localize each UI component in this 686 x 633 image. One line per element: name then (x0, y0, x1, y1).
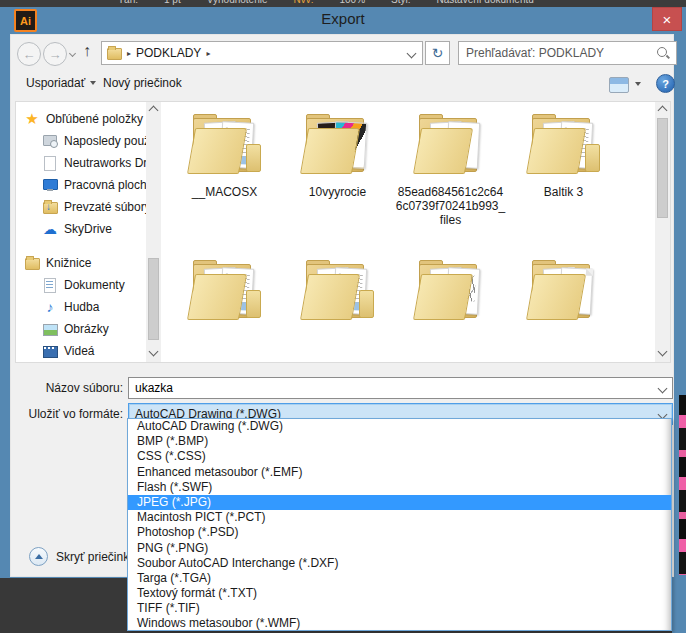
folder-grid-row: __MACOSX Ai 10vyyrocie (168, 108, 620, 227)
folder-icon (411, 112, 491, 176)
sidebar-label: Pracovná plocha (64, 178, 153, 192)
background-artwork-fragment (679, 395, 686, 575)
back-icon: ← (23, 47, 36, 62)
sidebar-label: Obrázky (64, 322, 109, 336)
format-option[interactable]: JPEG (*.JPG) (128, 495, 671, 510)
view-mode-icon[interactable] (609, 77, 629, 93)
folder-name: __MACOSX (192, 185, 257, 199)
format-option[interactable]: Enhanced metasoubor (*.EMF) (128, 465, 671, 480)
folder-icon: Ai (298, 112, 378, 176)
sidebar-item-favorites[interactable]: ★ Obľúbené položky (24, 108, 152, 129)
search-box[interactable] (458, 41, 677, 65)
hide-folders-label: Skryť priečinky (56, 550, 135, 564)
filename-combobox[interactable] (128, 377, 673, 399)
format-option[interactable]: Flash (*.SWF) (128, 480, 671, 495)
folder-icon (524, 112, 604, 176)
breadcrumb-separator-icon: ▸ (127, 49, 131, 58)
format-option[interactable]: PNG (*.PNG) (128, 541, 671, 556)
scroll-up-icon[interactable] (149, 106, 159, 116)
videos-icon (42, 343, 58, 359)
star-icon: ★ (24, 111, 40, 127)
search-input[interactable] (459, 46, 656, 60)
folder-item[interactable] (394, 254, 507, 322)
close-button[interactable]: × (652, 7, 682, 31)
pictures-icon (42, 321, 58, 337)
toolbar-fragment: Nastavení dokumentu (437, 0, 534, 7)
scroll-down-icon[interactable] (149, 347, 159, 357)
folder-item[interactable] (168, 254, 281, 322)
folder-grid-row (168, 254, 620, 322)
cloud-icon: ☁ (42, 221, 58, 237)
new-folder-label: Nový priečinok (103, 76, 182, 90)
back-button[interactable]: ← (17, 42, 41, 66)
illustrator-toolbar-strip: Ťah: 1 pt Vyhodnotenie Nvv: 100% Štýl: N… (0, 0, 686, 7)
chevron-down-icon[interactable] (657, 383, 667, 393)
format-option[interactable]: Targa (*.TGA) (128, 571, 671, 586)
folder-item[interactable]: Baltik 3 (507, 108, 620, 227)
folder-item[interactable]: 85ead684561c2c646c0739f70241b993_files (394, 108, 507, 227)
help-button[interactable]: ? (656, 74, 675, 93)
up-icon: ↑ (83, 42, 91, 59)
format-option[interactable]: CSS (*.CSS) (128, 449, 671, 464)
new-folder-button[interactable]: Nový priečinok (103, 76, 182, 90)
folder-item[interactable]: Ai 10vyyrocie (281, 108, 394, 227)
sidebar-label: Obľúbené položky (46, 112, 143, 126)
folder-item[interactable] (507, 254, 620, 322)
documents-icon (42, 277, 58, 293)
scroll-down-icon[interactable] (658, 347, 668, 357)
filename-input[interactable] (129, 381, 652, 395)
format-option[interactable]: Macintosh PICT (*.PCT) (128, 510, 671, 525)
scroll-up-icon[interactable] (658, 106, 668, 116)
folder-icon (185, 112, 265, 176)
up-button[interactable]: ↑ (83, 42, 91, 60)
format-option[interactable]: Soubor AutoCAD Interchange (*.DXF) (128, 556, 671, 571)
toolbar-fragment: Štýl: (391, 0, 410, 7)
folder-icon (524, 258, 604, 322)
sidebar-label: Videá (64, 344, 94, 358)
sidebar-label: Knižnice (46, 256, 91, 270)
folder-item[interactable]: __MACOSX (168, 108, 281, 227)
address-dropdown-icon[interactable] (407, 48, 417, 58)
command-toolbar: Usporiadať Nový priečinok ? (11, 73, 673, 99)
downloads-icon: ↓ (42, 199, 58, 215)
format-option[interactable]: AutoCAD Drawing (*.DWG) (128, 419, 671, 434)
format-option[interactable]: Textový formát (*.TXT) (128, 586, 671, 601)
chevron-up-circle-icon (29, 547, 48, 566)
sidebar-scrollbar[interactable] (146, 102, 161, 362)
toolbar-fragment: 1 pt (164, 0, 181, 7)
toolbar-fragment: Nvv: (294, 0, 314, 7)
hide-folders-button[interactable]: Skryť priečinky (29, 547, 135, 566)
organize-button[interactable]: Usporiadať (26, 76, 96, 90)
screen: Ťah: 1 pt Vyhodnotenie Nvv: 100% Štýl: N… (0, 0, 686, 633)
chevron-down-icon (90, 81, 96, 85)
help-icon: ? (662, 78, 669, 90)
folder-name: Baltik 3 (544, 185, 583, 199)
titlebar[interactable]: Ai Export × (0, 7, 686, 34)
format-option[interactable]: BMP (*.BMP) (128, 434, 671, 449)
desktop-icon (42, 177, 58, 193)
sidebar-label: Dokumenty (64, 278, 125, 292)
document-icon (42, 155, 58, 171)
filename-label: Názov súboru: (11, 381, 123, 395)
breadcrumb-item[interactable]: PODKLADY (136, 46, 201, 60)
breadcrumb-separator-icon: ▸ (206, 49, 210, 58)
forward-button[interactable]: → (43, 42, 67, 66)
file-list-scrollbar[interactable] (655, 102, 670, 362)
view-dropdown-icon[interactable] (635, 82, 641, 86)
history-dropdown-icon[interactable] (69, 50, 76, 57)
window-border-remnant (672, 578, 686, 633)
window-title: Export (0, 10, 686, 27)
sidebar-label: SkyDrive (64, 222, 112, 236)
breadcrumb[interactable]: ▸ PODKLADY ▸ (101, 41, 423, 65)
refresh-icon: ↻ (432, 45, 444, 61)
format-option[interactable]: TIFF (*.TIF) (128, 601, 671, 616)
refresh-button[interactable]: ↻ (425, 41, 450, 65)
format-option[interactable]: Windows metasoubor (*.WMF) (128, 616, 671, 631)
scrollbar-thumb[interactable] (148, 258, 159, 340)
folder-item[interactable] (281, 254, 394, 322)
format-option[interactable]: Photoshop (*.PSD) (128, 525, 671, 540)
scrollbar-thumb[interactable] (657, 118, 668, 218)
folder-icon (185, 258, 265, 322)
folder-icon (411, 258, 491, 322)
sidebar-item-libraries[interactable]: Knižnice (24, 252, 152, 273)
